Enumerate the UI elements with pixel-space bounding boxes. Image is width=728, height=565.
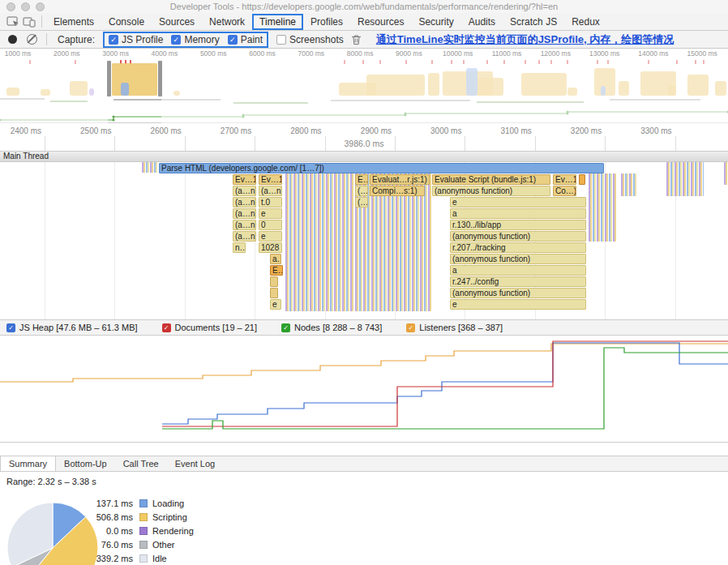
device-toolbar-icon[interactable] xyxy=(21,14,37,30)
counter-label: JS Heap [47.6 MB – 61.3 MB] xyxy=(19,323,138,332)
flame-bar-e[interactable]: e xyxy=(259,231,282,242)
inspect-element-icon[interactable] xyxy=(5,14,21,30)
flame-bar-a-n[interactable]: (a…n) xyxy=(259,186,282,196)
counter-documents-checkbox[interactable]: ✓Documents [19 – 21] xyxy=(162,323,258,332)
flame-bar-parse-html-developers-google-com-1-7[interactable]: Parse HTML (developers.google.com/ [1…7]… xyxy=(159,163,604,173)
timeline-ruler[interactable]: 3986.0 ms 2400 ms2500 ms2600 ms2700 ms28… xyxy=(0,123,728,151)
flame-bar-evaluat-r-js-1[interactable]: Evaluat…r.js:1) xyxy=(370,174,430,185)
flame-bar-anonymous-function[interactable]: (anonymous function) xyxy=(450,254,586,264)
flame-activity-cluster xyxy=(621,173,637,196)
checkbox-label: JS Profile xyxy=(122,34,163,45)
flame-bar-a[interactable]: a xyxy=(450,265,586,276)
flame-bar-item[interactable]: (… xyxy=(355,186,368,196)
overview-tick-label: 12000 ms xyxy=(541,49,571,58)
tab-security[interactable]: Security xyxy=(411,14,460,30)
flame-bar-1028[interactable]: 1028 xyxy=(259,242,282,253)
flame-bar[interactable] xyxy=(270,288,278,298)
counter-nodes-checkbox[interactable]: ✓Nodes [8 288 – 8 743] xyxy=(281,323,382,332)
counters-graph[interactable] xyxy=(0,336,728,443)
flame-bar-r-247-config[interactable]: r.247../config xyxy=(450,276,586,287)
checkbox-label: Paint xyxy=(241,34,263,45)
flame-bar-t-0[interactable]: t.0 xyxy=(259,197,282,208)
flame-bar-ev-1[interactable]: Ev…1) xyxy=(553,174,576,185)
tab-timeline[interactable]: Timeline xyxy=(252,14,303,30)
flame-activity-cluster xyxy=(589,173,616,242)
summary-legend: 137.1 msLoading506.8 msScripting0.0 msRe… xyxy=(88,496,194,565)
memory-checkbox[interactable]: ✓Memory xyxy=(171,34,219,45)
flame-bar-e[interactable]: e xyxy=(450,299,586,310)
flame-bar-ev-1[interactable]: Ev…1) xyxy=(233,174,256,185)
trash-icon[interactable] xyxy=(349,32,365,48)
flame-bar-ev-1[interactable]: Ev…1) xyxy=(259,174,282,185)
flame-bar-anonymous-function[interactable]: (anonymous function) xyxy=(450,288,586,298)
record-button[interactable] xyxy=(8,35,17,44)
tab-network[interactable]: Network xyxy=(202,14,252,30)
flame-bar-co[interactable]: Co…) xyxy=(553,186,576,196)
flame-bar-compi-s-1[interactable]: Compi…s:1) xyxy=(370,186,425,196)
flame-bar-0[interactable]: 0 xyxy=(259,220,282,230)
flame-bar-a-n[interactable]: (a…n) xyxy=(233,186,256,196)
screenshots-checkbox[interactable]: Screenshots xyxy=(276,34,344,45)
flame-chart[interactable]: Parse HTML (developers.google.com/ [1…7]… xyxy=(0,162,728,319)
flame-bar-a-n[interactable]: (a…n) xyxy=(233,220,256,230)
toolbar-separator xyxy=(41,15,42,28)
checkbox-box: ✓ xyxy=(406,323,415,332)
flame-bar[interactable] xyxy=(579,174,585,185)
flame-bar-a[interactable]: a… xyxy=(270,254,281,264)
flame-bar[interactable] xyxy=(270,276,278,287)
flame-bar-r-130-lib-app[interactable]: r.130../lib/app xyxy=(450,220,586,230)
tab-profiles[interactable]: Profiles xyxy=(303,14,350,30)
counters-toolbar: ✓JS Heap [47.6 MB – 61.3 MB]✓Documents [… xyxy=(0,319,728,336)
summary-category-label: Scripting xyxy=(152,512,187,522)
main-thread-header[interactable]: Main Thread xyxy=(0,151,728,162)
flame-bar-a-n[interactable]: (a…n) xyxy=(233,197,256,208)
flame-bar-e[interactable]: e xyxy=(270,299,281,310)
flame-bar-a[interactable]: a xyxy=(450,208,586,219)
flame-bar-a-n[interactable]: (a…n) xyxy=(233,208,256,219)
summary-category-label: Rendering xyxy=(152,526,194,536)
counter-line-nodes xyxy=(162,348,728,429)
details-tab-call-tree[interactable]: Call Tree xyxy=(115,456,167,471)
flame-bar-n[interactable]: n… xyxy=(233,242,246,253)
tab-elements[interactable]: Elements xyxy=(46,14,101,30)
timeline-overview[interactable]: 1000 ms2000 ms3000 ms4000 ms5000 ms6000 … xyxy=(0,49,728,123)
counter-js-heap-checkbox[interactable]: ✓JS Heap [47.6 MB – 61.3 MB] xyxy=(6,323,138,332)
flame-activity-cluster xyxy=(724,162,728,185)
overview-selection-window[interactable] xyxy=(109,58,158,123)
flame-bar-e[interactable]: e xyxy=(450,197,586,208)
tab-resources[interactable]: Resources xyxy=(350,14,411,30)
overview-tick-label: 5000 ms xyxy=(200,49,227,58)
tab-audits[interactable]: Audits xyxy=(461,14,503,30)
flame-bar-e[interactable]: e xyxy=(259,208,282,219)
clear-recording-button[interactable] xyxy=(27,34,37,45)
details-tab-summary[interactable]: Summary xyxy=(0,456,56,471)
paint-checkbox[interactable]: ✓Paint xyxy=(228,34,263,45)
flame-bar-anonymous-function[interactable]: (anonymous function) xyxy=(450,231,586,242)
overview-window-handle-right[interactable] xyxy=(157,60,163,97)
overview-window-handle-left[interactable] xyxy=(106,60,112,97)
tab-scratch-js[interactable]: Scratch JS xyxy=(503,14,564,30)
flame-activity-cluster xyxy=(285,173,353,311)
flame-bar-evaluate-script-bundle-js-1[interactable]: Evaluate Script (bundle.js:1) xyxy=(432,174,550,185)
flame-bar-item[interactable]: (… xyxy=(355,197,368,208)
summary-category-label: Loading xyxy=(152,499,184,508)
flame-bar-anonymous-function[interactable]: (anonymous function) xyxy=(432,186,550,196)
details-tab-event-log[interactable]: Event Log xyxy=(167,456,224,471)
flame-bar-a-n[interactable]: (a…n) xyxy=(233,231,256,242)
tab-redux[interactable]: Redux xyxy=(564,14,607,30)
counters-graph-lines xyxy=(0,336,728,442)
flame-gridline xyxy=(45,162,45,319)
main-thread-label: Main Thread xyxy=(3,152,49,161)
ruler-tick-label: 2900 ms xyxy=(338,126,392,135)
tab-sources[interactable]: Sources xyxy=(152,14,202,30)
counter-listeners-checkbox[interactable]: ✓Listeners [368 – 387] xyxy=(406,323,503,332)
flame-bar-e[interactable]: E… xyxy=(270,265,283,276)
js-profile-checkbox[interactable]: ✓JS Profile xyxy=(109,34,163,45)
overview-dim-right xyxy=(161,58,728,123)
summary-swatch xyxy=(139,527,148,535)
overview-tick-label: 4000 ms xyxy=(152,49,178,58)
details-tab-bottom-up[interactable]: Bottom-Up xyxy=(56,456,115,471)
flame-bar-e[interactable]: E… xyxy=(355,174,368,185)
tab-console[interactable]: Console xyxy=(101,14,152,30)
flame-bar-r-207-tracking[interactable]: r.207../tracking xyxy=(450,242,586,253)
